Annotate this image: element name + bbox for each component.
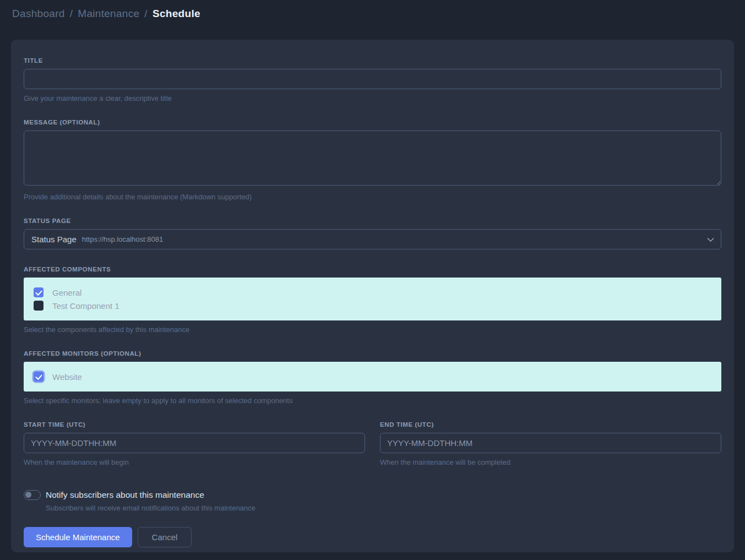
- notify-helper: Subscribers will receive email notificat…: [46, 504, 721, 512]
- message-textarea[interactable]: [24, 131, 721, 186]
- affected-components-panel: General Test Component 1: [24, 278, 721, 320]
- title-helper: Give your maintenance a clear, descripti…: [24, 94, 721, 102]
- component-option-general: General: [34, 286, 711, 299]
- status-page-selected-url: https://hsp.localhost:8081: [82, 235, 163, 243]
- message-label: MESSAGE (OPTIONAL): [24, 119, 721, 126]
- status-page-group: STATUS PAGE Status Page https://hsp.loca…: [24, 218, 721, 249]
- message-helper: Provide additional details about the mai…: [24, 193, 721, 201]
- breadcrumb: Dashboard / Maintenance / Schedule: [12, 8, 200, 20]
- button-row: Schedule Maintenance Cancel: [24, 527, 721, 547]
- end-time-helper: When the maintenance will be completed: [380, 458, 721, 466]
- schedule-maintenance-card: TITLE Give your maintenance a clear, des…: [11, 40, 734, 552]
- monitor-option-website: Website: [34, 370, 711, 383]
- checkbox-test-component-1-label[interactable]: Test Component 1: [52, 301, 119, 311]
- top-bar: Dashboard / Maintenance / Schedule: [0, 0, 745, 28]
- notify-label[interactable]: Notify subscribers about this maintenanc…: [46, 490, 204, 500]
- affected-components-group: AFFECTED COMPONENTS General Test Compone…: [24, 266, 721, 334]
- affected-monitors-panel: Website: [24, 362, 721, 392]
- status-page-label: STATUS PAGE: [24, 218, 721, 224]
- affected-components-helper: Select the components affected by this m…: [24, 325, 721, 334]
- end-time-input[interactable]: [380, 433, 721, 453]
- checkbox-website-label[interactable]: Website: [52, 372, 82, 382]
- notify-toggle-row: Notify subscribers about this maintenanc…: [24, 490, 721, 500]
- breadcrumb-maintenance[interactable]: Maintenance: [78, 8, 139, 20]
- checkbox-general-label[interactable]: General: [52, 288, 81, 297]
- start-time-helper: When the maintenance will begin: [24, 458, 365, 466]
- component-option-test-component-1: Test Component 1: [34, 299, 711, 312]
- end-time-group: END TIME (UTC) When the maintenance will…: [380, 421, 721, 466]
- status-page-selected-name: Status Page: [31, 235, 77, 244]
- schedule-maintenance-button[interactable]: Schedule Maintenance: [24, 527, 132, 547]
- toggle-knob: [25, 492, 31, 498]
- status-page-select[interactable]: Status Page https://hsp.localhost:8081: [24, 229, 721, 249]
- affected-monitors-helper: Select specific monitors; leave empty to…: [24, 396, 721, 405]
- end-time-label: END TIME (UTC): [380, 421, 721, 428]
- affected-monitors-group: AFFECTED MONITORS (OPTIONAL) Website Sel…: [24, 350, 721, 405]
- message-group: MESSAGE (OPTIONAL) Provide additional de…: [24, 119, 721, 201]
- start-time-group: START TIME (UTC) When the maintenance wi…: [24, 421, 365, 466]
- chevron-down-icon: [707, 235, 714, 242]
- breadcrumb-schedule-current: Schedule: [153, 8, 200, 20]
- checkbox-website[interactable]: [34, 372, 43, 382]
- checkbox-test-component-1[interactable]: [34, 301, 43, 311]
- cancel-button[interactable]: Cancel: [138, 527, 192, 547]
- affected-components-label: AFFECTED COMPONENTS: [24, 266, 721, 273]
- notify-group: Notify subscribers about this maintenanc…: [24, 490, 721, 512]
- breadcrumb-separator: /: [144, 8, 148, 20]
- time-row: START TIME (UTC) When the maintenance wi…: [24, 421, 721, 466]
- breadcrumb-dashboard[interactable]: Dashboard: [12, 8, 65, 20]
- breadcrumb-separator: /: [70, 8, 73, 20]
- checkbox-general[interactable]: [34, 287, 43, 297]
- start-time-input[interactable]: [24, 433, 365, 453]
- title-group: TITLE Give your maintenance a clear, des…: [24, 57, 721, 102]
- title-input[interactable]: [24, 69, 721, 89]
- title-label: TITLE: [24, 57, 721, 64]
- affected-monitors-label: AFFECTED MONITORS (OPTIONAL): [24, 350, 721, 357]
- notify-toggle[interactable]: [24, 490, 41, 500]
- start-time-label: START TIME (UTC): [24, 421, 365, 428]
